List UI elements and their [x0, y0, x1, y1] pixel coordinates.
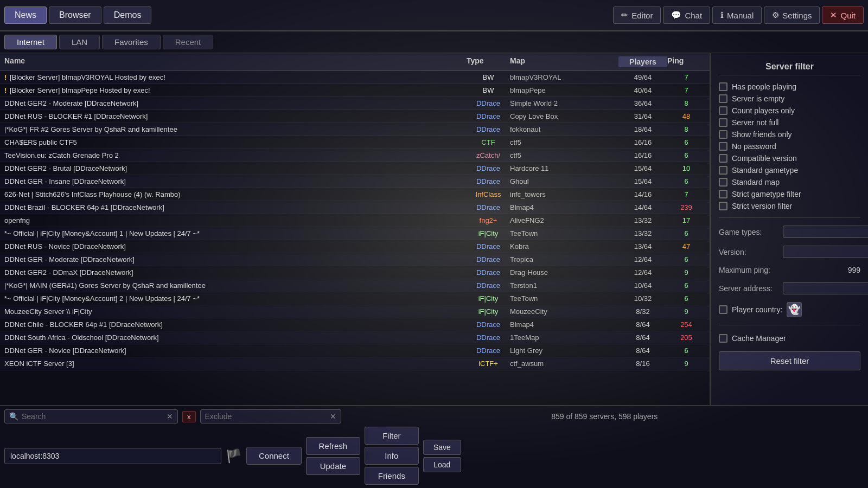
checkbox-show-friends[interactable] [719, 130, 727, 139]
server-name: DDNet Chile - BLOCKER 64p #1 [DDraceNetw… [4, 320, 467, 329]
server-name: DDNet GER - Novice [DDraceNetwork] [4, 346, 467, 355]
table-row[interactable]: ! [Blocker Server] blmapPepe Hosted by e… [0, 84, 710, 97]
manual-button[interactable]: ℹ Manual [712, 7, 762, 24]
table-row[interactable]: DDNet GER - Moderate [DDraceNetwork] DDr… [0, 253, 710, 266]
country-flag-icon[interactable]: 👻 [787, 302, 802, 317]
table-row[interactable]: *~ Official | iF|City [Money&Account] 2 … [0, 292, 710, 305]
search-input[interactable] [22, 412, 163, 421]
nav-demos-button[interactable]: Demos [104, 7, 152, 24]
chat-button[interactable]: 💬 Chat [663, 7, 710, 24]
server-ping: 6 [667, 177, 705, 185]
table-row[interactable]: XEON iCTF Server [3] iCTF+ ctf_awsum 8/1… [0, 357, 710, 370]
quit-button[interactable]: ✕ Quit [822, 7, 864, 24]
server-type: zCatch/ [467, 151, 510, 159]
col-name: Name [4, 56, 467, 67]
tab-favorites[interactable]: Favorites [102, 35, 161, 49]
table-row[interactable]: DDNet GER2 - Moderate [DDraceNetwork] DD… [0, 97, 710, 110]
tab-internet[interactable]: Internet [4, 35, 57, 49]
filter-check-standard-map[interactable]: Standard map [719, 176, 860, 188]
server-type: DDrace [467, 346, 510, 355]
table-row[interactable]: DDNet GER - Insane [DDraceNetwork] DDrac… [0, 175, 710, 188]
checkbox-standard-gametype[interactable] [719, 166, 727, 175]
connect-button[interactable]: Connect [246, 447, 302, 465]
server-ping: 6 [667, 281, 705, 290]
checkbox-server-not-full[interactable] [719, 118, 727, 127]
friends-button[interactable]: Friends [365, 467, 419, 485]
filter-check-count-players[interactable]: Count players only [719, 105, 860, 117]
checkbox-no-password[interactable] [719, 142, 727, 151]
checkbox-count-players[interactable] [719, 106, 727, 115]
server-players: 14/16 [618, 190, 667, 198]
table-row[interactable]: MouzeeCity Server \\ iF|City iF|City Mou… [0, 305, 710, 318]
version-input[interactable] [783, 246, 868, 258]
col-map: Map [510, 56, 618, 67]
checkbox-strict-version[interactable] [719, 202, 727, 210]
server-map: AliveFNG2 [510, 216, 618, 224]
server-type: CTF [467, 138, 510, 146]
table-row[interactable]: DDNet Chile - BLOCKER 64p #1 [DDraceNetw… [0, 318, 710, 331]
close-icon: ✕ [830, 10, 837, 20]
server-name: |*KoG*| MAIN (GER#1) Gores Server by Qsh… [4, 281, 467, 290]
exclude-clear-button[interactable]: ✕ [330, 412, 336, 421]
filter-check-server-empty[interactable]: Server is empty [719, 93, 860, 105]
server-players: 49/64 [618, 73, 667, 81]
filter-check-server-not-full[interactable]: Server not full [719, 117, 860, 129]
table-row[interactable]: DDNet South Africa - Oldschool [DDraceNe… [0, 331, 710, 344]
search-x-button[interactable]: x [182, 411, 196, 422]
label-server-empty: Server is empty [732, 94, 784, 103]
filter-check-no-password[interactable]: No password [719, 140, 860, 152]
checkbox-server-empty[interactable] [719, 94, 727, 103]
table-row[interactable]: CHA$ER$ public CTF5 CTF ctf5 16/16 6 [0, 136, 710, 149]
table-row[interactable]: |*KoG*| FR #2 Gores Server by QshaR and … [0, 123, 710, 136]
settings-button[interactable]: ⚙ Settings [764, 7, 820, 24]
update-button[interactable]: Update [306, 457, 360, 475]
editor-button[interactable]: ✏ Editor [613, 7, 661, 24]
table-row[interactable]: ! [Blocker Server] blmapV3ROYAL Hosted b… [0, 71, 710, 84]
server-address-field[interactable] [4, 448, 221, 464]
table-row[interactable]: DDNet RUS - Novice [DDraceNetwork] DDrac… [0, 240, 710, 253]
table-row[interactable]: TeeVision.eu: zCatch Grenade Pro 2 zCatc… [0, 149, 710, 162]
table-row[interactable]: DDNet RUS - BLOCKER #1 [DDraceNetwork] D… [0, 110, 710, 123]
table-row[interactable]: *~ Official | iF|City [Money&Account] 1 … [0, 227, 710, 240]
filter-check-standard-gametype[interactable]: Standard gametype [719, 164, 860, 176]
filter-check-strict-gametype[interactable]: Strict gametype filter [719, 188, 860, 200]
filter-check-compatible-version[interactable]: Compatible version [719, 152, 860, 164]
server-name: openfng [4, 216, 467, 224]
filter-check-show-friends[interactable]: Show friends only [719, 129, 860, 140]
filter-button[interactable]: Filter [365, 427, 419, 445]
reset-filter-button[interactable]: Reset filter [719, 351, 860, 370]
server-map: Copy Love Box [510, 112, 618, 120]
table-row[interactable]: DDNet GER2 - DDmaX [DDraceNetwork] DDrac… [0, 266, 710, 279]
checkbox-has-people[interactable] [719, 82, 727, 91]
nav-news-button[interactable]: News [4, 7, 47, 24]
filter-check-strict-version[interactable]: Strict version filter [719, 200, 860, 212]
info-button[interactable]: Info [365, 447, 419, 465]
tab-recent[interactable]: Recent [163, 35, 214, 49]
col-players[interactable]: Players [618, 56, 667, 67]
table-row[interactable]: DDNet GER - Novice [DDraceNetwork] DDrac… [0, 344, 710, 357]
server-address-input[interactable] [783, 282, 868, 294]
player-country-checkbox[interactable] [719, 305, 727, 314]
save-button[interactable]: Save [423, 440, 461, 455]
table-row[interactable]: openfng fng2+ AliveFNG2 13/32 17 [0, 214, 710, 227]
cache-manager-checkbox[interactable] [719, 334, 727, 343]
server-ping: 17 [667, 216, 705, 224]
table-row[interactable]: DDNet GER2 - Brutal [DDraceNetwork] DDra… [0, 162, 710, 175]
checkbox-compatible-version[interactable] [719, 154, 727, 163]
table-row[interactable]: 626-Net | Stitch626's InfClass Playhouse… [0, 188, 710, 201]
table-row[interactable]: DDNet Brazil - BLOCKER 64p #1 [DDraceNet… [0, 201, 710, 214]
nav-browser-button[interactable]: Browser [49, 7, 101, 24]
table-row[interactable]: |*KoG*| MAIN (GER#1) Gores Server by Qsh… [0, 279, 710, 292]
filter-check-has-people[interactable]: Has people playing [719, 81, 860, 93]
server-type: DDrace [467, 255, 510, 264]
load-button[interactable]: Load [423, 457, 461, 472]
server-players: 16/16 [618, 138, 667, 146]
search-clear-button[interactable]: ✕ [167, 412, 173, 421]
game-types-input[interactable] [783, 226, 868, 238]
tab-lan[interactable]: LAN [59, 35, 100, 49]
server-name: DDNet GER2 - DDmaX [DDraceNetwork] [4, 268, 467, 277]
checkbox-standard-map[interactable] [719, 178, 727, 187]
exclude-input[interactable] [205, 412, 327, 421]
checkbox-strict-gametype[interactable] [719, 190, 727, 198]
refresh-button[interactable]: Refresh [306, 437, 360, 455]
